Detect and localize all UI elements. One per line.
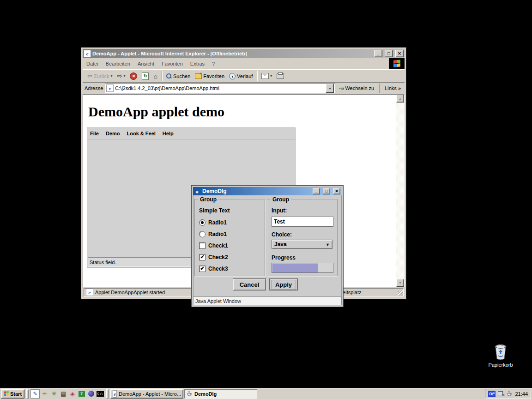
cancel-label: Cancel: [236, 280, 263, 289]
demodlg-window: DemoDlg _ □ ✕ Group Simple Text Radio1 R…: [192, 186, 343, 307]
radio-icon[interactable]: [199, 219, 206, 226]
taskbar-grip[interactable]: [106, 389, 109, 399]
quicklaunch-globe-icon[interactable]: [88, 391, 94, 397]
quicklaunch-editor-icon[interactable]: [79, 391, 85, 397]
address-field-wrap: [105, 83, 335, 93]
scroll-down-button[interactable]: ▼: [396, 279, 404, 287]
quicklaunch-signature-icon[interactable]: [41, 390, 49, 398]
stop-button[interactable]: ✕: [128, 72, 139, 81]
network-offline-icon[interactable]: [498, 391, 504, 396]
ie-toolbar: ⇦ Zurück ▾ ⇨ ▾ ✕ ↻ ⌂ Suchen Favoriten: [83, 70, 405, 83]
radio-option-1[interactable]: Radio1: [199, 219, 227, 226]
ie-task-icon: [113, 390, 117, 398]
choice-label: Choice:: [272, 231, 292, 238]
history-icon: [229, 73, 236, 79]
applet-menu-demo[interactable]: Demo: [106, 131, 120, 136]
quicklaunch-bug-icon[interactable]: [50, 390, 58, 398]
check-option-3[interactable]: Check3: [199, 266, 228, 272]
back-label: Zurück: [94, 73, 109, 79]
progress-label: Progress: [272, 254, 296, 261]
menu-ansicht[interactable]: Ansicht: [134, 60, 158, 68]
right-group-box: Group Input: Choice: Java Progress: [267, 199, 338, 277]
quicklaunch-book-icon[interactable]: [59, 390, 67, 398]
quicklaunch-media-icon[interactable]: [68, 390, 77, 398]
address-input[interactable]: [115, 85, 324, 92]
start-label: Start: [10, 391, 22, 397]
cancel-button[interactable]: Cancel: [233, 278, 266, 290]
dialog-minimize-button[interactable]: _: [313, 188, 320, 194]
dialog-close-button[interactable]: ✕: [333, 188, 340, 194]
text-input[interactable]: [272, 217, 333, 226]
favorites-icon: [195, 73, 202, 79]
checkbox-icon[interactable]: [199, 242, 206, 249]
task-label: DemoDlg: [194, 391, 217, 397]
links-button[interactable]: Links »: [383, 85, 403, 92]
right-group-label: Group: [271, 196, 291, 203]
mail-button[interactable]: ▾: [260, 72, 274, 80]
radio-icon[interactable]: [199, 231, 206, 237]
applet-menu-lookfeel[interactable]: Look & Feel: [127, 131, 156, 136]
check-option-1[interactable]: Check1: [199, 242, 228, 249]
radio-label: Radio1: [208, 219, 227, 226]
forward-button[interactable]: ⇨ ▾: [115, 72, 127, 80]
menu-favoriten[interactable]: Favoriten: [158, 60, 187, 68]
page-title: DemoApp applet demo: [88, 104, 404, 120]
history-button[interactable]: Verlauf: [227, 72, 254, 80]
checkbox-icon[interactable]: [199, 254, 206, 260]
demodlg-titlebar[interactable]: DemoDlg _ □ ✕: [193, 187, 342, 195]
mail-dropdown-icon[interactable]: ▾: [270, 74, 272, 78]
radio-option-2[interactable]: Radio1: [199, 231, 227, 237]
refresh-button[interactable]: ↻: [140, 72, 151, 81]
task-button-ie[interactable]: DemoApp - Applet - Micro...: [110, 389, 183, 399]
menu-datei[interactable]: Datei: [83, 60, 102, 68]
choice-combobox[interactable]: Java: [272, 240, 332, 249]
quicklaunch-compose-icon[interactable]: [30, 389, 40, 399]
taskbar-clock: 21:44: [515, 391, 528, 397]
menu-extras[interactable]: Extras: [187, 60, 208, 68]
address-dropdown-button[interactable]: [326, 84, 334, 93]
apply-button[interactable]: Apply: [269, 278, 298, 290]
go-arrow-icon: ↝: [339, 85, 344, 91]
status-text: Applet DemoAppApplet started: [95, 290, 165, 295]
home-button[interactable]: ⌂: [151, 72, 159, 81]
favorites-button[interactable]: Favoriten: [193, 73, 226, 80]
menu-bearbeiten[interactable]: Bearbeiten: [102, 60, 134, 68]
applet-menu-help[interactable]: Help: [163, 131, 174, 136]
chevron-down-icon: [326, 241, 330, 248]
tray-java-icon[interactable]: [507, 391, 513, 397]
minimize-button[interactable]: _: [374, 50, 382, 57]
vertical-scrollbar[interactable]: ▲ ▼: [396, 95, 404, 287]
checkbox-icon[interactable]: [199, 266, 206, 272]
search-button[interactable]: Suchen: [164, 73, 192, 80]
scroll-up-button[interactable]: ▲: [396, 95, 404, 103]
checkbox-label: Check3: [208, 266, 228, 272]
go-button[interactable]: ↝ Wechseln zu: [337, 84, 376, 92]
quicklaunch-command-prompt-icon[interactable]: [97, 391, 104, 397]
close-button[interactable]: ✕: [395, 50, 404, 57]
toolbar-separator: [257, 71, 257, 81]
dialog-maximize-button[interactable]: □: [323, 188, 330, 194]
start-button[interactable]: Start: [1, 389, 24, 399]
forward-dropdown-icon[interactable]: ▾: [123, 74, 125, 78]
menu-hilfe[interactable]: ?: [208, 60, 218, 68]
print-icon: [277, 73, 284, 79]
ie-titlebar[interactable]: DemoApp - Applet - Microsoft Internet Ex…: [83, 49, 405, 58]
taskbar-grip[interactable]: [26, 389, 29, 399]
print-button[interactable]: [275, 73, 286, 80]
task-button-demodlg[interactable]: DemoDlg: [184, 389, 257, 399]
recycle-bin[interactable]: Papierkorb: [487, 344, 514, 368]
check-option-2[interactable]: Check2: [199, 254, 228, 260]
language-indicator[interactable]: DE: [488, 391, 496, 397]
simple-text-label: Simple Text: [199, 207, 230, 214]
demodlg-body: Group Simple Text Radio1 Radio1 Check1: [193, 195, 342, 305]
desktop: DemoApp - Applet - Microsoft Internet Ex…: [0, 0, 532, 399]
back-dropdown-icon[interactable]: ▾: [111, 74, 113, 78]
resize-grip[interactable]: [398, 290, 403, 296]
checkbox-label: Check1: [208, 242, 228, 249]
applet-menu-file[interactable]: File: [90, 131, 99, 136]
addressbar-separator: [379, 84, 380, 93]
back-button[interactable]: ⇦ Zurück ▾: [85, 72, 115, 80]
ie-window-title: DemoApp - Applet - Microsoft Internet Ex…: [92, 51, 372, 56]
input-label: Input:: [272, 207, 287, 214]
maximize-button[interactable]: □: [385, 50, 393, 57]
